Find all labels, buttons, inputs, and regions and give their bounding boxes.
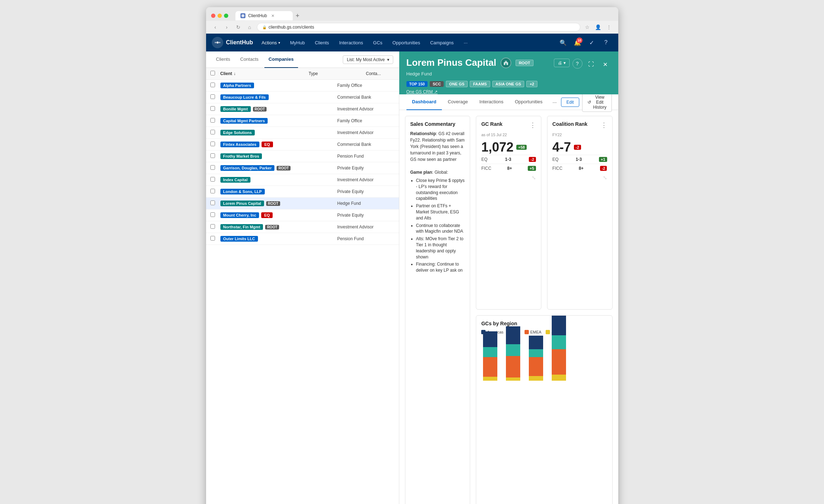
table-row[interactable]: Alpha Partners Family Office: [206, 80, 399, 92]
close-button[interactable]: ✕: [600, 59, 611, 70]
tab-clients[interactable]: Clients: [212, 51, 235, 68]
crm-link[interactable]: One GS CRM ↗: [406, 89, 438, 94]
row-type-10: Hedge Fund: [337, 201, 395, 206]
print-button[interactable]: 🖨 ▾: [554, 59, 570, 67]
row-checkbox-9[interactable]: [210, 189, 220, 194]
maximize-dot[interactable]: [224, 14, 228, 18]
checklist-button[interactable]: ✓: [585, 36, 598, 49]
nav-item-campaigns[interactable]: Campaigns: [426, 34, 458, 51]
detail-tab-interactions[interactable]: Interactions: [474, 94, 509, 110]
table-row[interactable]: Index Capital Investment Advisor: [206, 174, 399, 186]
detail-tab-dashboard[interactable]: Dashboard: [406, 94, 442, 110]
table-row[interactable]: Capital Mgmt Partners Family Office: [206, 115, 399, 127]
select-all-checkbox[interactable]: [210, 71, 215, 75]
row-checkbox-3[interactable]: [210, 118, 220, 124]
address-bar[interactable]: 🔒 clienthub.gs.com/clients: [257, 23, 580, 31]
row-checkbox-7[interactable]: [210, 165, 220, 171]
detail-title-area: Lorem Pinus Capital ROOT: [406, 57, 554, 94]
tab-companies[interactable]: Companies: [264, 51, 298, 68]
tab-contacts[interactable]: Contacts: [236, 51, 263, 68]
minimize-dot[interactable]: [218, 14, 222, 18]
header-checkbox[interactable]: [210, 71, 220, 76]
active-tab[interactable]: ClientHub ✕: [235, 11, 293, 20]
logo-icon: [212, 37, 223, 48]
nav-item-myhub[interactable]: MyHub: [286, 34, 309, 51]
gc-resize-handle[interactable]: ⤡: [481, 175, 536, 181]
table-row[interactable]: Frothy Market Bros Pension Fund: [206, 150, 399, 162]
search-button[interactable]: 🔍: [557, 36, 570, 49]
row-client-6: Frothy Market Bros: [220, 153, 337, 159]
row-checkbox-10[interactable]: [210, 201, 220, 206]
nav-item-gcs[interactable]: GCs: [369, 34, 387, 51]
home-button[interactable]: ⌂: [245, 23, 254, 31]
new-tab-button[interactable]: +: [293, 11, 303, 21]
table-row[interactable]: Bonille Mgmt ROOT Investment Advisor: [206, 103, 399, 115]
coalition-resize-handle[interactable]: ⤡: [552, 175, 607, 181]
nav-item-clients[interactable]: Clients: [311, 34, 333, 51]
row-checkbox-4[interactable]: [210, 130, 220, 135]
row-checkbox-5[interactable]: [210, 142, 220, 147]
close-dot[interactable]: [211, 14, 215, 18]
detail-tab-more[interactable]: ···: [548, 94, 561, 110]
back-button[interactable]: ‹: [211, 23, 220, 31]
gc-eq-change: -2: [529, 157, 536, 162]
bar-stack: [506, 326, 520, 381]
row-checkbox-1[interactable]: [210, 94, 220, 100]
row-checkbox-6[interactable]: [210, 153, 220, 159]
row-checkbox-11[interactable]: [210, 212, 220, 218]
left-panel: Clients Contacts Companies List: My Most…: [206, 51, 399, 504]
expand-button[interactable]: ⛶: [585, 59, 597, 70]
detail-help-button[interactable]: ?: [572, 59, 582, 69]
nav-item-actions[interactable]: Actions ▾: [257, 34, 284, 51]
bar-segment: [552, 335, 566, 349]
browser-window: ClientHub ✕ + ‹ › ↻ ⌂ 🔒 clienthub.gs.com…: [206, 7, 618, 504]
forward-button[interactable]: ›: [223, 23, 231, 31]
edit-button[interactable]: Edit: [561, 98, 579, 107]
gc-rank-change: +58: [516, 145, 527, 150]
detail-tab-coverage[interactable]: Coverage: [442, 94, 473, 110]
coalition-rank-menu[interactable]: ⋮: [601, 121, 607, 129]
nav-item-more[interactable]: ···: [459, 34, 472, 51]
client-column-header[interactable]: Client ↓: [220, 71, 309, 76]
profile-icon[interactable]: 👤: [594, 23, 603, 31]
refresh-button[interactable]: ↻: [234, 23, 243, 31]
row-checkbox-2[interactable]: [210, 106, 220, 112]
bookmark-icon[interactable]: ☆: [583, 23, 592, 31]
row-checkbox-0[interactable]: [210, 83, 220, 88]
gc-rank-card-header: GC Rank ⋮: [481, 121, 536, 130]
extra-badge: ROOT: [277, 166, 291, 171]
row-checkbox-8[interactable]: [210, 177, 220, 183]
coalition-rank-change: -2: [574, 145, 581, 150]
region-legend: Americas AeJ EMEA: [481, 330, 607, 334]
nav-item-interactions[interactable]: Interactions: [335, 34, 367, 51]
detail-tab-opportunities[interactable]: Opportunities: [509, 94, 548, 110]
sales-commentary-card: Sales Commentary Relationship: GS #2 ove…: [405, 116, 470, 504]
browser-dots: [211, 14, 228, 18]
table-row[interactable]: Beaucoup Lucre & Fils Commercial Bank: [206, 92, 399, 103]
table-row[interactable]: Outer Limits LLC Pension Fund: [206, 233, 399, 245]
notifications-button[interactable]: 🔔 10: [571, 36, 584, 49]
table-row[interactable]: London & Sons, LLP Private Equity: [206, 186, 399, 198]
tab-close-btn[interactable]: ✕: [271, 14, 274, 18]
nav-item-opportunities[interactable]: Opportunities: [388, 34, 424, 51]
table-row[interactable]: Northstar, Fin Mgmt ROOT Investment Advi…: [206, 221, 399, 233]
row-client-7: Garrison, Douglas, Parker ROOT: [220, 165, 337, 171]
table-row[interactable]: Garrison, Douglas, Parker ROOT Private E…: [206, 162, 399, 174]
table-row[interactable]: Edge Solutions Investment Advisor: [206, 127, 399, 139]
list-selector-dropdown[interactable]: List: My Most Active ▾: [343, 55, 393, 64]
view-edit-history-button[interactable]: ↺ View Edit History: [582, 93, 612, 112]
menu-icon[interactable]: ⋮: [605, 23, 613, 31]
list-tabs: Clients Contacts Companies List: My Most…: [206, 51, 399, 68]
row-checkbox-13[interactable]: [210, 236, 220, 242]
client-name-badge: Bonille Mgmt: [220, 106, 251, 112]
help-button[interactable]: ?: [600, 36, 613, 49]
legend-japan-dot: [546, 330, 550, 334]
table-row[interactable]: Lorem Pinus Capital ROOT Hedge Fund: [206, 198, 399, 209]
table-row[interactable]: Fintex Associates EQ Commercial Bank: [206, 139, 399, 150]
actions-chevron: ▾: [278, 41, 280, 45]
relationship-label: Relationship: [410, 131, 436, 136]
gc-rank-menu[interactable]: ⋮: [530, 121, 536, 129]
coalition-eq-rank: 1-3: [576, 157, 582, 162]
table-row[interactable]: Mount Cherry, Inc EQ Private Equity: [206, 209, 399, 221]
row-checkbox-12[interactable]: [210, 224, 220, 230]
